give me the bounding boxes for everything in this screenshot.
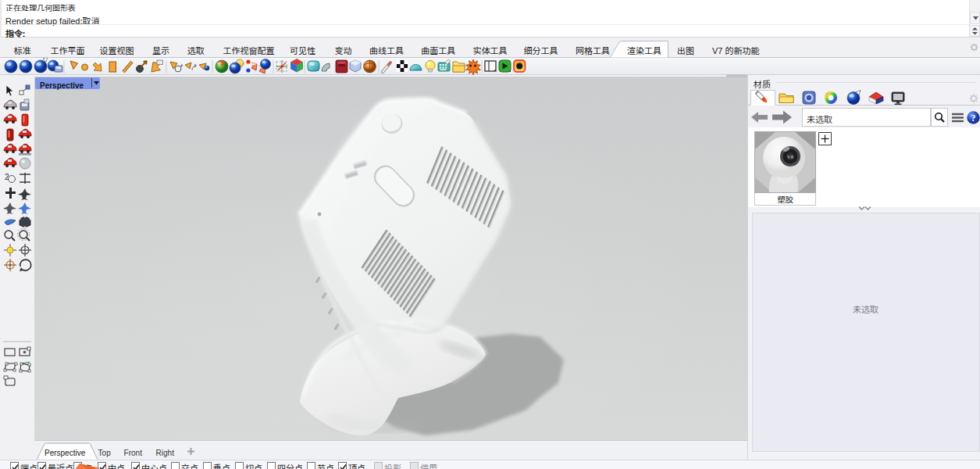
svg-text:V8: V8 <box>787 154 793 159</box>
svg-text:?: ? <box>971 113 976 124</box>
